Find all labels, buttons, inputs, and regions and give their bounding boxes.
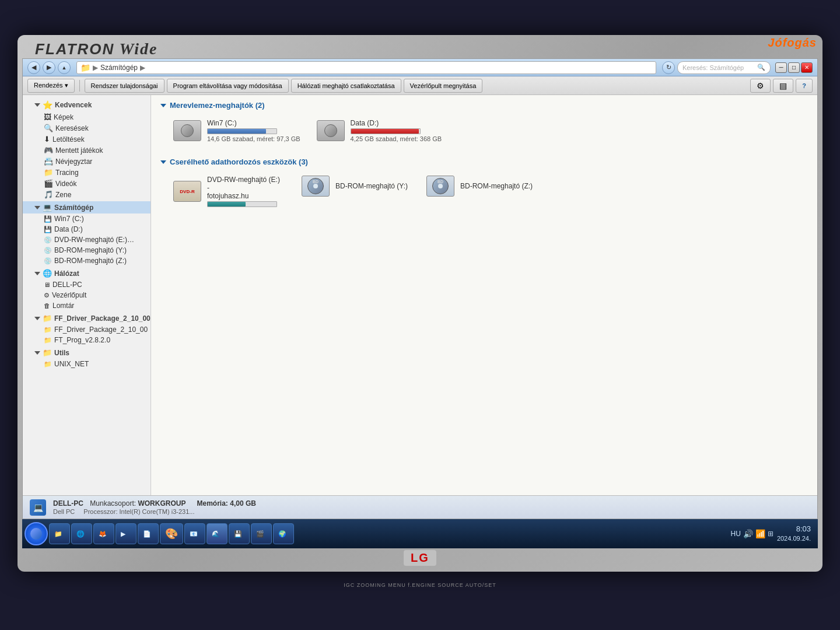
program-button[interactable]: Program eltávolítása vagy módosítása: [167, 79, 289, 93]
sidebar-header-ffdriver[interactable]: 📁 FF_Driver_Package_2_10_00: [23, 312, 150, 324]
taskbar-paint-btn[interactable]: 🎨: [160, 523, 183, 544]
taskbar-vlc-btn[interactable]: 🎬: [251, 523, 272, 544]
taskbar-firefox-icon: 🦊: [99, 530, 107, 538]
sidebar-item-lomtar[interactable]: 🗑 Lomtár: [23, 300, 150, 311]
halozati-button[interactable]: Hálózati meghajtó csatlakoztatása: [291, 79, 401, 93]
sidebar-label-ftprog: FT_Prog_v2.8.2.0: [54, 336, 110, 344]
removable-drives-grid: DVD-R DVD-RW-meghajtó (E:) -fotojuhasz.h…: [160, 172, 808, 211]
statusbar: 💻 DELL-PC Munkacsoport: WORKGROUP Memóri…: [23, 495, 817, 519]
back-button[interactable]: ◀: [27, 61, 40, 74]
drive-datad[interactable]: Data (D:) 4,25 GB szabad, méret: 368 GB: [313, 116, 446, 146]
sidebar-label-keresések: Keresések: [55, 124, 89, 132]
window-controls: ─ □ ✕: [775, 62, 813, 73]
sidebar-item-datad[interactable]: 💾 Data (D:): [23, 224, 150, 235]
lg-logo: LG: [404, 550, 436, 566]
rendszer-button[interactable]: Rendszer tulajdonságai: [85, 79, 164, 93]
taskbar-explorer-btn[interactable]: 📁: [49, 523, 70, 544]
view-settings-button[interactable]: ⚙: [750, 79, 771, 93]
sidebar-item-keresések[interactable]: 🔍 Keresések: [23, 123, 150, 134]
drive-datad-row: Data (D:) 4,25 GB szabad, méret: 368 GB: [317, 119, 442, 142]
taskbar-mail-btn[interactable]: 📧: [184, 523, 205, 544]
forward-button[interactable]: ▶: [43, 61, 55, 74]
hdd-icon-c: [173, 120, 201, 141]
taskbar-firefox-btn[interactable]: 🦊: [93, 523, 114, 544]
drive-bar-container-e: [207, 201, 277, 207]
maximize-button[interactable]: □: [788, 62, 800, 73]
taskbar-chrome-btn[interactable]: 🌍: [273, 523, 294, 544]
toolbar: Rendezés ▾ Rendszer tulajdonságai Progra…: [23, 76, 817, 95]
monitor-brand: FLATRON Wide: [35, 40, 158, 58]
sidebar-item-videók[interactable]: 🎬 Videók: [23, 178, 150, 189]
sidebar-item-bdromy[interactable]: 💿 BD-ROM-meghajtó (Y:): [23, 245, 150, 256]
sidebar-group-halozat: 🌐 Hálózat 🖥 DELL-PC ⚙ Vezérlőpult 🗑 Lomt…: [23, 267, 150, 311]
vezerlop-button[interactable]: Vezérlőpult megnyitása: [404, 79, 483, 93]
address-bar[interactable]: 📁 ▶ Számítógép ▶: [76, 61, 656, 74]
chevron-down-icon-3: [34, 272, 40, 275]
sidebar-item-win7c[interactable]: 💾 Win7 (C:): [23, 214, 150, 224]
start-button[interactable]: [24, 522, 48, 545]
sidebar-label-ffdriver: FF_Driver_Package_2_10_00: [54, 314, 150, 323]
drive-name-c: Win7 (C:): [207, 119, 300, 127]
sidebar-item-ffdriver2[interactable]: 📁 FF_Driver_Package_2_10_00: [23, 324, 150, 335]
taskbar-doc-btn[interactable]: 📄: [138, 523, 159, 544]
drive-bdromz[interactable]: BD BD-ROM-meghajtó (Z:): [423, 172, 536, 211]
explorer-window: ◀ ▶ ▲ 📁 ▶ Számítógép ▶ ↻ Keresés: Számít…: [22, 58, 818, 519]
drive-name-z: BD-ROM-meghajtó (Z:): [460, 182, 533, 190]
sidebar-item-mentett[interactable]: 🎮 Mentett játékok: [23, 145, 150, 156]
lang-indicator: HU: [731, 530, 741, 538]
sidebar-item-letoltések[interactable]: ⬇ Letöltések: [23, 134, 150, 145]
sidebar-group-kedvencek: ⭐ Kedvencek 🖼 Képek 🔍 Keresések ⬇ Letölt…: [23, 99, 150, 200]
taskbar-media-btn[interactable]: ▶: [116, 523, 136, 544]
sidebar-item-vezerlop2[interactable]: ⚙ Vezérlőpult: [23, 290, 150, 300]
sidebar-item-bdromz[interactable]: 💿 BD-ROM-meghajtó (Z:): [23, 256, 150, 266]
section-chevron-2: [160, 160, 166, 164]
up-button[interactable]: ▲: [58, 61, 71, 74]
drive-bar-e: [208, 202, 246, 206]
close-button[interactable]: ✕: [801, 62, 813, 73]
drive-size-c: 14,6 GB szabad, méret: 97,3 GB: [207, 135, 300, 142]
sidebar-item-tracing[interactable]: 📁 Tracing: [23, 167, 150, 178]
sidebar-item-nevjegy[interactable]: 📇 Névjegyztar: [23, 156, 150, 167]
sidebar-item-kepek[interactable]: 🖼 Képek: [23, 111, 150, 123]
sidebar-item-dvdrw[interactable]: 💿 DVD-RW-meghajtó (E:) - fotojuhasz.: [23, 235, 150, 245]
lg-text: LG: [411, 551, 429, 564]
dvd-icon-e: DVD-R: [173, 181, 201, 202]
drive-bdromy[interactable]: BD BD-ROM-meghajtó (Y:): [298, 172, 411, 211]
sidebar-header-utils[interactable]: 📁 Utils: [23, 346, 150, 359]
hdd-icon-d: [317, 120, 345, 141]
sidebar-item-unix-net[interactable]: 📁 UNIX_NET: [23, 359, 150, 369]
sidebar-header-halozat[interactable]: 🌐 Hálózat: [23, 267, 150, 279]
minimize-button[interactable]: ─: [775, 62, 787, 73]
sidebar-header-kedvencek[interactable]: ⭐ Kedvencek: [23, 99, 150, 111]
statusbar-sub: Dell PC Processzor: Intel(R) Core(TM) i3…: [53, 508, 256, 515]
drive-dvdrw[interactable]: DVD-R DVD-RW-meghajtó (E:) -fotojuhasz.h…: [170, 172, 286, 211]
view-toggle-button[interactable]: ▤: [773, 79, 793, 93]
drive-name-d: Data (D:): [351, 119, 442, 127]
rendezés-button[interactable]: Rendezés ▾: [27, 79, 75, 93]
sidebar-item-zene[interactable]: 🎵 Zene: [23, 189, 150, 200]
sidebar-label-bdromy: BD-ROM-meghajtó (Y:): [54, 246, 127, 254]
jofog-watermark: Jófogás: [768, 36, 817, 50]
address-path: 📁 ▶ Számítógép ▶: [80, 63, 145, 72]
sidebar-label-dellpc: DELL-PC: [52, 281, 82, 289]
sidebar-label-szamitogep: Számítógép: [54, 204, 93, 212]
sidebar-label-halozat: Hálózat: [54, 270, 79, 278]
search-bar[interactable]: Keresés: Számítógép 🔍: [677, 61, 771, 74]
sidebar-item-ftprog[interactable]: 📁 FT_Prog_v2.8.2.0: [23, 335, 150, 345]
path-arrow2: ▶: [140, 64, 145, 72]
sidebar-item-dellpc[interactable]: 🖥 DELL-PC: [23, 279, 150, 290]
taskbar-edge-btn[interactable]: 🌊: [206, 523, 228, 544]
refresh-button[interactable]: ↻: [662, 61, 675, 74]
path-computer: Számítógép: [100, 64, 138, 72]
section-label-hdd: Merevlemez-meghajtók (2): [170, 101, 265, 110]
taskbar-ie-btn[interactable]: 🌐: [71, 523, 92, 544]
drive-win7c[interactable]: Win7 (C:) 14,6 GB szabad, méret: 97,3 GB: [170, 116, 304, 146]
help-button[interactable]: ?: [796, 79, 813, 93]
drive-bar-c: [208, 129, 266, 134]
sidebar-header-szamitogep[interactable]: 💻 Számítógép: [23, 201, 150, 214]
taskbar-doc-icon: 📄: [143, 530, 151, 538]
title-bar-nav: ◀ ▶ ▲ 📁 ▶ Számítógép ▶ ↻ Keresés: Számít…: [27, 61, 771, 74]
taskbar-save-btn[interactable]: 💾: [229, 523, 250, 544]
statusbar-processor: Intel(R) Core(TM) i3-231...: [120, 508, 195, 515]
chevron-down-icon-4: [34, 317, 40, 320]
